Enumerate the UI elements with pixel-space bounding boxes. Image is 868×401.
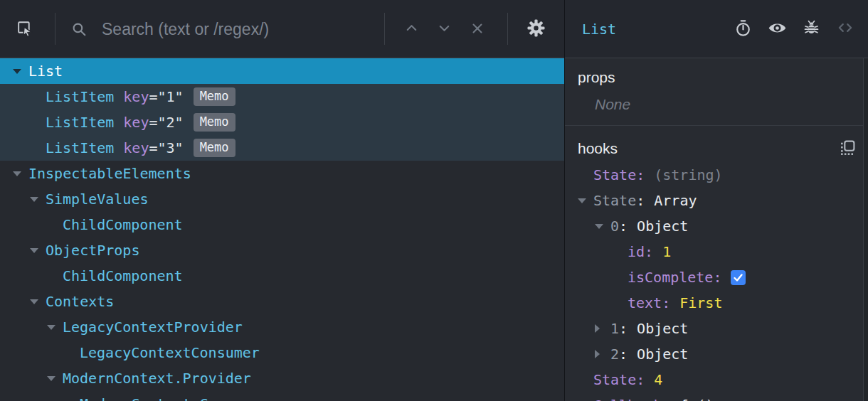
hooks-section-header: hooks: [565, 135, 868, 162]
hook-value[interactable]: 4: [654, 371, 662, 388]
key-attribute-name: key: [123, 114, 149, 131]
search-icon: [70, 21, 88, 41]
hook-row-iscomplete: isComplete:: [565, 264, 868, 290]
tree-row-contexts[interactable]: Contexts: [0, 289, 564, 314]
props-section-title: props: [578, 69, 868, 86]
component-name: List: [28, 63, 63, 80]
hook-name: Callback:: [593, 397, 670, 401]
expander-icon[interactable]: [30, 197, 46, 202]
triangle-down: [30, 197, 38, 202]
triangle-down: [13, 69, 21, 74]
hook-value[interactable]: First: [679, 294, 722, 311]
expander-icon[interactable]: [13, 171, 28, 176]
triangle-down: [47, 376, 55, 381]
key-attribute-name: key: [123, 88, 149, 105]
key-attribute-value: ="1": [149, 88, 183, 105]
hook-value[interactable]: 1: [662, 243, 671, 260]
tree-row-simplevalues[interactable]: SimpleValues: [0, 186, 564, 212]
hook-value: Object: [637, 320, 688, 337]
hook-name: 1: [610, 320, 619, 337]
hook-name-colon: :: [619, 218, 628, 235]
hook-row-callback: Callback:ƒ (): [565, 392, 868, 401]
clear-search-button[interactable]: [462, 14, 493, 44]
inspect-dom-button[interactable]: [763, 15, 791, 43]
hook-row-state: State:(string): [565, 162, 868, 188]
close-icon: [470, 21, 485, 38]
triangle-right: [595, 350, 600, 358]
hook-name: isComplete:: [628, 269, 721, 286]
tree-row-legacycontextconsumer[interactable]: LegacyContextConsumer: [0, 340, 564, 365]
triangle-right: [595, 324, 600, 333]
suspend-toggle-button[interactable]: [729, 15, 757, 43]
component-name: ChildComponent: [63, 216, 183, 233]
inspector-actions: [729, 15, 859, 43]
next-result-button[interactable]: [428, 14, 460, 44]
previous-result-button[interactable]: [396, 14, 427, 44]
component-name: LegacyContextProvider: [63, 319, 243, 336]
triangle-down: [13, 171, 21, 176]
tree-row-objectprops[interactable]: ObjectProps: [0, 237, 564, 263]
hooks-section: hooks: [565, 126, 868, 401]
hook-value: Array: [654, 192, 697, 209]
expander-icon[interactable]: [30, 248, 46, 253]
component-name: InspectableElements: [28, 165, 191, 182]
tree-row-moderncontext-consumer[interactable]: ModernContext.Consumer: [0, 391, 564, 401]
tree-row-inspectableelements[interactable]: InspectableElements: [0, 161, 564, 186]
parse-hook-names-button[interactable]: [835, 137, 859, 161]
expander-icon[interactable]: [13, 69, 28, 74]
tree-row-childcomponent[interactable]: ChildComponent: [0, 263, 564, 289]
triangle-down: [30, 248, 38, 253]
tree-row-moderncontext-provider[interactable]: ModernContext.Provider: [0, 365, 564, 391]
hook-name: text:: [628, 294, 670, 311]
expander-icon[interactable]: [578, 198, 593, 203]
expander-icon[interactable]: [595, 324, 610, 333]
settings-button[interactable]: [520, 14, 551, 44]
toolbar-divider: [55, 13, 55, 45]
expander-icon[interactable]: [47, 376, 63, 381]
hook-name: 0: [610, 218, 619, 235]
hook-row-0: 0:Object: [565, 213, 868, 239]
chevron-up-icon: [403, 20, 420, 38]
view-source-button[interactable]: [831, 15, 859, 43]
inspect-element-button[interactable]: [9, 14, 40, 44]
component-name: ObjectProps: [46, 242, 139, 259]
tree-row-listitem[interactable]: ListItemkey="3"Memo: [0, 135, 564, 161]
hook-value: Object: [637, 218, 688, 235]
memo-badge: Memo: [194, 139, 235, 157]
memo-badge: Memo: [194, 113, 235, 132]
hook-name: State: [593, 192, 636, 209]
scrollbar-track[interactable]: [863, 58, 868, 401]
key-attribute-value: ="3": [149, 139, 183, 156]
component-name: SimpleValues: [46, 191, 149, 208]
expander-icon[interactable]: [47, 325, 63, 330]
gear-icon: [527, 19, 545, 39]
key-attribute-value: ="2": [149, 114, 183, 131]
tree-row-legacycontextprovider[interactable]: LegacyContextProvider: [0, 314, 564, 340]
components-tree-panel: ListListItemkey="1"MemoListItemkey="2"Me…: [0, 0, 564, 401]
log-component-button[interactable]: [797, 15, 825, 43]
expander-icon[interactable]: [595, 350, 610, 358]
expander-icon[interactable]: [595, 224, 610, 229]
toolbar-divider: [507, 13, 508, 45]
props-section: props None: [565, 58, 868, 126]
load-source-icon: [840, 139, 856, 158]
hook-value: ƒ (): [679, 397, 714, 401]
component-name: ListItem: [46, 88, 114, 105]
stopwatch-icon: [734, 19, 752, 39]
tree-row-listitem[interactable]: ListItemkey="2"Memo: [0, 109, 564, 135]
hook-row-state: State:Array: [565, 188, 868, 213]
tree-row-list[interactable]: List: [0, 58, 564, 84]
hooks-rows: State:(string)State:Array0:Objectid:1isC…: [565, 162, 868, 401]
hooks-section-title: hooks: [578, 140, 618, 157]
component-name: Contexts: [46, 293, 114, 310]
checkbox-checked[interactable]: [731, 270, 746, 285]
inspector-panel: List: [565, 0, 868, 401]
tree-row-childcomponent[interactable]: ChildComponent: [0, 212, 564, 237]
expander-icon[interactable]: [30, 299, 46, 304]
hook-row-2: 2:Object: [565, 341, 868, 367]
tree-row-listitem[interactable]: ListItemkey="1"Memo: [0, 84, 564, 109]
hook-name-colon: :: [619, 346, 628, 363]
search-input[interactable]: [100, 14, 376, 44]
hook-value: (string): [654, 166, 722, 183]
component-name: LegacyContextConsumer: [80, 344, 260, 361]
